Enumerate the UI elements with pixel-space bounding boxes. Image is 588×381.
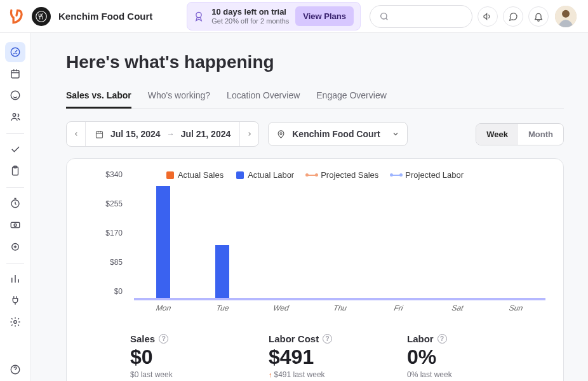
search-icon (379, 11, 389, 22)
check-icon (10, 144, 21, 155)
tab-location-overview[interactable]: Location Overview (227, 86, 300, 109)
view-plans-button[interactable]: View Plans (295, 6, 354, 26)
date-prev-button[interactable] (67, 122, 86, 146)
chart-column[interactable] (251, 184, 311, 299)
date-range-picker: Jul 15, 2024 → Jul 21, 2024 (66, 121, 259, 147)
stat-labor-pct: Labor? 0% 0% last week (407, 333, 520, 379)
nav-engage[interactable] (5, 85, 25, 105)
money-icon (10, 219, 21, 231)
calendar-icon (95, 130, 104, 139)
nav-schedule[interactable] (5, 64, 25, 84)
chart-legend: Actual Sales Actual Labor .lg:nth-child(… (84, 170, 545, 180)
date-end: Jul 21, 2024 (181, 129, 231, 139)
help-icon (10, 364, 21, 375)
nav-team[interactable] (5, 107, 25, 127)
svg-point-4 (562, 10, 570, 17)
chat-button[interactable] (503, 6, 523, 27)
legend-projected-sales[interactable]: .lg:nth-child(3) .sw-line::before,.lg:nt… (307, 170, 378, 180)
store-logo-icon (32, 7, 51, 26)
nav-reports[interactable] (5, 269, 25, 289)
legend-actual-sales[interactable]: Actual Sales (166, 170, 224, 180)
trial-banner: 10 days left on trial Get 20% off for 2 … (187, 2, 361, 30)
location-name: Kenchim Food Court (292, 129, 380, 139)
svg-point-15 (13, 321, 17, 324)
legend-actual-labor[interactable]: Actual Labor (236, 170, 294, 180)
svg-point-2 (381, 13, 387, 18)
trial-sub: Get 20% off for 2 months (211, 17, 289, 25)
x-label: Fri (368, 302, 429, 317)
nav-help[interactable] (5, 359, 25, 380)
help-icon[interactable]: ? (438, 334, 447, 344)
brand-logo-icon (8, 8, 25, 25)
chart-column[interactable] (134, 184, 193, 299)
x-label: Wed (250, 302, 312, 317)
svg-rect-12 (11, 222, 20, 227)
dashboard-icon (10, 46, 21, 58)
y-tick: $340 (105, 170, 123, 179)
y-tick: $0 (114, 287, 123, 296)
trial-headline: 10 days left on trial (211, 8, 289, 17)
people-icon (10, 111, 21, 123)
x-label: Sat (427, 302, 488, 317)
nav-settings[interactable] (5, 312, 25, 332)
svg-point-8 (13, 114, 16, 117)
chart-column[interactable] (428, 184, 487, 299)
tab-whos-working[interactable]: Who's working? (148, 86, 210, 109)
svg-rect-6 (11, 70, 19, 78)
tab-engage-overview[interactable]: Engage Overview (316, 86, 387, 109)
toggle-week[interactable]: Week (476, 124, 518, 145)
chart-column[interactable] (193, 184, 252, 299)
svg-point-1 (196, 12, 201, 17)
legend-projected-labor[interactable]: .lg:nth-child(4) .sw-line::before,.lg:nt… (391, 170, 464, 180)
jar-icon (10, 241, 21, 252)
svg-point-18 (280, 132, 282, 134)
date-range-button[interactable]: Jul 15, 2024 → Jul 21, 2024 (86, 122, 239, 146)
avatar[interactable] (555, 6, 577, 27)
plug-icon (10, 295, 21, 306)
sales-labor-card: Actual Sales Actual Labor .lg:nth-child(… (66, 158, 564, 381)
bar-actual-labor (156, 186, 170, 299)
stat-labor-cost-sub: ↑$491 last week (269, 370, 382, 379)
nav-integrations[interactable] (5, 290, 25, 311)
svg-point-7 (11, 91, 20, 100)
stat-sales-sub: $0 last week (130, 370, 243, 379)
chart-column[interactable] (486, 184, 545, 299)
side-nav (0, 33, 30, 381)
svg-point-0 (36, 11, 47, 22)
sales-labor-chart: $0$85$170$255$340 MonTueWedThuFriSatSun (98, 184, 545, 317)
tab-sales-vs-labor[interactable]: Sales vs. Labor (66, 86, 131, 109)
announce-button[interactable] (478, 6, 498, 27)
tabs: Sales vs. Labor Who's working? Location … (66, 86, 564, 109)
y-tick: $85 (110, 258, 123, 267)
range-toggle: Week Month (476, 123, 564, 145)
nav-payroll[interactable] (5, 215, 25, 235)
chart-column[interactable] (311, 184, 370, 299)
notifications-button[interactable] (528, 6, 549, 27)
chart-column[interactable] (369, 184, 428, 299)
bar-actual-labor (215, 245, 229, 299)
projected-labor-line (134, 298, 545, 299)
nav-tips[interactable] (5, 236, 25, 257)
calendar-icon (10, 68, 21, 79)
location-select[interactable]: Kenchim Food Court (268, 122, 407, 146)
nav-dashboard[interactable] (5, 42, 25, 62)
nav-forms[interactable] (5, 161, 25, 181)
search-input[interactable] (370, 5, 472, 28)
date-next-button[interactable] (239, 122, 258, 146)
help-icon[interactable]: ? (159, 334, 168, 344)
y-tick: $170 (105, 229, 123, 237)
nav-timeclock[interactable] (5, 193, 25, 213)
clipboard-icon (10, 165, 21, 177)
help-icon[interactable]: ? (323, 334, 332, 344)
date-start: Jul 15, 2024 (110, 129, 161, 139)
y-tick: $255 (105, 199, 123, 208)
store-name[interactable]: Kenchim Food Court (58, 11, 152, 22)
stat-labor-cost: Labor Cost? $491 ↑$491 last week (269, 333, 382, 379)
toggle-month[interactable]: Month (518, 124, 563, 145)
nav-tasks[interactable] (5, 139, 25, 159)
svg-point-13 (14, 224, 17, 227)
x-label: Mon (133, 302, 194, 317)
chevron-down-icon (392, 130, 399, 138)
pin-icon (276, 130, 286, 139)
gear-icon (10, 316, 21, 328)
